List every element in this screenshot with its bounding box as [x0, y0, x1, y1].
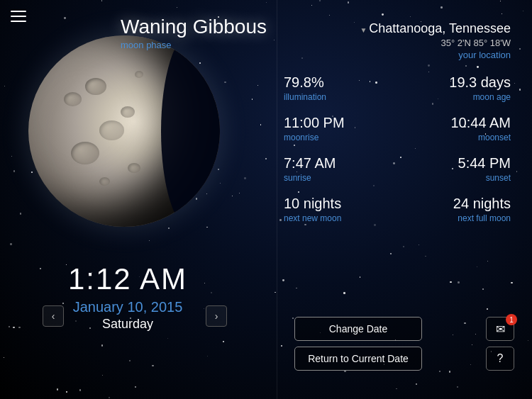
help-icon: ? — [497, 352, 504, 365]
location-label: your location — [277, 50, 511, 60]
location-block[interactable]: Chattanooga, Tennessee 35° 2'N 85° 18'W … — [277, 21, 518, 60]
moonset-value: 10:44 AM — [404, 115, 511, 131]
moon-image — [28, 35, 220, 227]
moon-container — [28, 35, 234, 241]
next-full-moon-value: 24 nights — [404, 196, 511, 212]
return-current-date-button[interactable]: Return to Current Date — [294, 347, 422, 371]
sunset-value: 5:44 PM — [404, 155, 511, 172]
mail-button[interactable]: ✉ 1 — [486, 317, 514, 341]
sunrise-value: 7:47 AM — [284, 155, 390, 172]
next-new-moon-value: 10 nights — [284, 196, 390, 212]
moon-phase-label: moon phase — [121, 40, 267, 50]
next-new-moon-cell: 10 nights next new moon — [284, 196, 390, 223]
action-buttons: Change Date Return to Current Date — [294, 317, 422, 371]
moonrise-cell: 11:00 PM moonrise — [284, 115, 390, 142]
moonset-label: moonset — [404, 133, 511, 142]
info-panel: Chattanooga, Tennessee 35° 2'N 85° 18'W … — [277, 21, 518, 223]
illumination-cell: 79.8% illumination — [284, 74, 390, 102]
icon-buttons: ✉ 1 ? — [486, 317, 514, 371]
moonset-cell: 10:44 AM moonset — [404, 115, 511, 142]
next-new-moon-label: next new moon — [284, 213, 390, 223]
hamburger-menu[interactable] — [11, 11, 26, 22]
moon-age-value: 19.3 days — [404, 74, 511, 91]
moon-phase-name: Waning Gibbous — [121, 16, 267, 38]
chevron-left-icon: ‹ — [52, 310, 55, 322]
moon-phase-header: Waning Gibbous moon phase — [121, 16, 267, 50]
next-date-button[interactable]: › — [206, 305, 227, 327]
moonrise-label: moonrise — [284, 133, 390, 142]
sunset-label: sunset — [404, 173, 511, 183]
change-date-button[interactable]: Change Date — [294, 317, 422, 341]
next-full-moon-cell: 24 nights next full moon — [404, 196, 511, 223]
moon-age-cell: 19.3 days moon age — [404, 74, 511, 102]
location-coords: 35° 2'N 85° 18'W — [277, 38, 511, 48]
mail-badge: 1 — [506, 314, 517, 325]
current-time: 1:12 AM — [35, 262, 220, 296]
chevron-right-icon: › — [215, 310, 218, 322]
sunset-cell: 5:44 PM sunset — [404, 155, 511, 183]
illumination-value: 79.8% — [284, 74, 390, 91]
help-button[interactable]: ? — [486, 347, 514, 371]
sunrise-label: sunrise — [284, 173, 390, 183]
mail-icon: ✉ — [496, 322, 505, 336]
illumination-label: illumination — [284, 92, 390, 102]
next-full-moon-label: next full moon — [404, 213, 511, 223]
previous-date-button[interactable]: ‹ — [43, 305, 64, 327]
moon-age-label: moon age — [404, 92, 511, 102]
stats-grid: 79.8% illumination 19.3 days moon age 11… — [277, 74, 518, 223]
sunrise-cell: 7:47 AM sunrise — [284, 155, 390, 183]
moonrise-value: 11:00 PM — [284, 115, 390, 131]
location-city: Chattanooga, Tennessee — [277, 21, 511, 36]
